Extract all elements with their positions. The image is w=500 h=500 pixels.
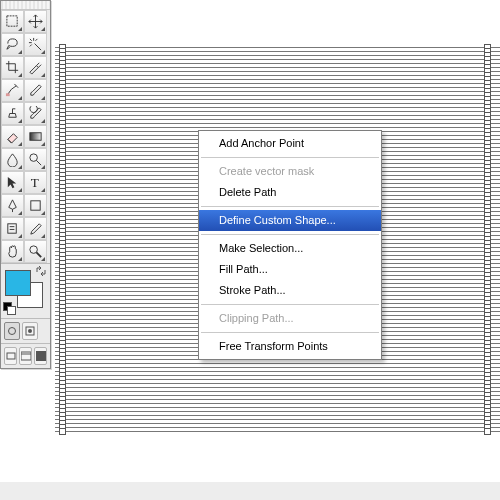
screen-mode-row: [1, 343, 50, 368]
svg-point-3: [30, 154, 38, 162]
path-segment[interactable]: [55, 79, 500, 80]
menu-item-add-anchor-point[interactable]: Add Anchor Point: [199, 133, 381, 154]
path-selection-tool[interactable]: [1, 171, 24, 194]
path-segment[interactable]: [55, 395, 500, 396]
path-segment[interactable]: [55, 107, 500, 108]
menu-item-define-custom-shape[interactable]: Define Custom Shape...: [199, 210, 381, 231]
magic-wand-tool[interactable]: [24, 33, 47, 56]
path-segment[interactable]: [55, 63, 500, 64]
svg-rect-2: [30, 133, 41, 141]
path-segment[interactable]: [55, 379, 500, 380]
svg-point-9: [30, 246, 38, 254]
path-segment[interactable]: [55, 111, 500, 112]
path-segment[interactable]: [55, 411, 500, 412]
svg-rect-0: [7, 16, 17, 26]
path-segment[interactable]: [55, 367, 500, 368]
menu-item-delete-path[interactable]: Delete Path: [199, 182, 381, 203]
path-segment[interactable]: [55, 95, 500, 96]
svg-rect-5: [31, 201, 40, 210]
pen-tool[interactable]: [1, 194, 24, 217]
eraser-tool[interactable]: [1, 125, 24, 148]
menu-item-free-transform-points[interactable]: Free Transform Points: [199, 336, 381, 357]
menu-item-clipping-path: Clipping Path...: [199, 308, 381, 329]
fullscreen-menu-button[interactable]: [19, 347, 32, 365]
path-segment[interactable]: [55, 423, 500, 424]
path-segment[interactable]: [55, 419, 500, 420]
path-segment[interactable]: [55, 59, 500, 60]
svg-rect-1: [6, 93, 10, 96]
move-tool[interactable]: [24, 10, 47, 33]
menu-separator: [201, 332, 379, 333]
menu-item-make-selection[interactable]: Make Selection...: [199, 238, 381, 259]
path-segment[interactable]: [55, 47, 500, 48]
path-segment[interactable]: [55, 67, 500, 68]
svg-rect-6: [8, 224, 16, 233]
path-context-menu[interactable]: Add Anchor PointCreate vector maskDelete…: [198, 130, 382, 360]
path-segment[interactable]: [55, 87, 500, 88]
path-segment[interactable]: [55, 71, 500, 72]
path-segment[interactable]: [55, 103, 500, 104]
menu-separator: [201, 234, 379, 235]
svg-rect-13: [7, 353, 15, 359]
path-segment[interactable]: [55, 363, 500, 364]
path-anchor[interactable]: [59, 428, 66, 435]
path-segment[interactable]: [55, 391, 500, 392]
menu-separator: [201, 157, 379, 158]
swap-colors-icon[interactable]: [36, 266, 46, 276]
path-segment[interactable]: [55, 399, 500, 400]
standard-screen-button[interactable]: [4, 347, 17, 365]
marquee-tool[interactable]: [1, 10, 24, 33]
menu-item-fill-path[interactable]: Fill Path...: [199, 259, 381, 280]
path-segment[interactable]: [55, 123, 500, 124]
path-segment[interactable]: [55, 403, 500, 404]
bottom-strip: [0, 482, 500, 500]
blur-tool[interactable]: [1, 148, 24, 171]
color-swatch-area[interactable]: [1, 263, 50, 318]
notes-tool[interactable]: [1, 217, 24, 240]
path-segment[interactable]: [55, 115, 500, 116]
slice-tool[interactable]: [24, 56, 47, 79]
type-tool[interactable]: T: [24, 171, 47, 194]
custom-shape-tool[interactable]: [24, 194, 47, 217]
path-segment[interactable]: [55, 55, 500, 56]
path-segment[interactable]: [55, 375, 500, 376]
path-segment[interactable]: [55, 383, 500, 384]
path-segment[interactable]: [55, 407, 500, 408]
svg-text:T: T: [31, 175, 39, 190]
eyedropper-tool[interactable]: [24, 217, 47, 240]
path-anchor[interactable]: [484, 428, 491, 435]
path-segment[interactable]: [55, 427, 500, 428]
path-segment[interactable]: [55, 99, 500, 100]
quickmask-mode-button[interactable]: [22, 322, 38, 340]
path-segment[interactable]: [55, 83, 500, 84]
svg-point-10: [9, 328, 16, 335]
brush-tool[interactable]: [24, 79, 47, 102]
hand-tool[interactable]: [1, 240, 24, 263]
path-segment[interactable]: [55, 91, 500, 92]
palette-drag-handle[interactable]: [1, 1, 50, 10]
zoom-tool[interactable]: [24, 240, 47, 263]
dodge-tool[interactable]: [24, 148, 47, 171]
menu-separator: [201, 206, 379, 207]
lasso-tool[interactable]: [1, 33, 24, 56]
tools-palette[interactable]: T: [0, 0, 51, 369]
path-segment[interactable]: [55, 51, 500, 52]
menu-item-create-vector-mask: Create vector mask: [199, 161, 381, 182]
path-segment[interactable]: [55, 415, 500, 416]
gradient-tool[interactable]: [24, 125, 47, 148]
path-segment[interactable]: [55, 127, 500, 128]
path-segment[interactable]: [55, 371, 500, 372]
healing-brush-tool[interactable]: [1, 79, 24, 102]
crop-tool[interactable]: [1, 56, 24, 79]
path-segment[interactable]: [55, 387, 500, 388]
foreground-color-swatch[interactable]: [5, 270, 31, 296]
path-segment[interactable]: [55, 119, 500, 120]
path-segment[interactable]: [55, 431, 500, 432]
default-colors-icon[interactable]: [3, 302, 15, 314]
standard-mode-button[interactable]: [4, 322, 20, 340]
fullscreen-button[interactable]: [34, 347, 47, 365]
clone-stamp-tool[interactable]: [1, 102, 24, 125]
menu-item-stroke-path[interactable]: Stroke Path...: [199, 280, 381, 301]
history-brush-tool[interactable]: [24, 102, 47, 125]
path-segment[interactable]: [55, 75, 500, 76]
